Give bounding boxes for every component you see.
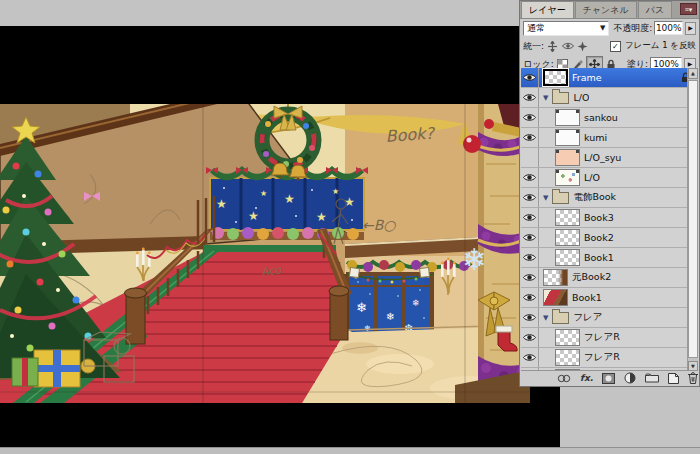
svg-text:★: ★ bbox=[332, 187, 339, 196]
layer-row-10[interactable]: 元Book2 bbox=[521, 268, 698, 288]
unify-position-icon[interactable] bbox=[546, 40, 559, 53]
adjustment-layer-icon[interactable] bbox=[624, 372, 636, 384]
layer-name[interactable]: フレアR bbox=[584, 351, 620, 364]
layer-thumbnail[interactable] bbox=[543, 269, 568, 286]
layer-row-6[interactable]: ▼電飾Book bbox=[521, 188, 698, 208]
layer-row-4[interactable]: L/O_syu bbox=[521, 148, 698, 168]
layer-row-3[interactable]: kumi bbox=[521, 128, 698, 148]
layer-list-scrollbar[interactable]: ▲ ▼ bbox=[687, 68, 698, 372]
tab-channels[interactable]: チャンネル bbox=[575, 1, 637, 18]
snowflake-ornament-icon: ❄ bbox=[462, 242, 487, 277]
eye-icon[interactable] bbox=[521, 108, 539, 127]
layer-name[interactable]: 電飾Book bbox=[573, 191, 616, 204]
new-layer-icon[interactable] bbox=[668, 373, 679, 384]
layer-thumbnail[interactable] bbox=[555, 349, 580, 366]
layer-thumbnail[interactable] bbox=[555, 129, 580, 146]
layer-thumbnail[interactable] bbox=[543, 69, 568, 86]
layer-row-7[interactable]: Book3 bbox=[521, 208, 698, 228]
eye-icon[interactable] bbox=[521, 308, 539, 327]
folder-icon bbox=[552, 92, 569, 104]
layer-row-2[interactable]: sankou bbox=[521, 108, 698, 128]
star-wall: ★★★ ★★ ★★ bbox=[206, 167, 368, 240]
unify-row: 統一: ✓ フレーム 1 を反映 bbox=[520, 37, 699, 55]
blend-mode-row: 通常 ▼ 不透明度: 100% ▶ bbox=[520, 19, 699, 37]
layer-row-13[interactable]: フレアR bbox=[521, 328, 698, 348]
eye-icon[interactable] bbox=[521, 88, 539, 107]
layer-list: Frame▼L/OsankoukumiL/O_syuL/O▼電飾BookBook… bbox=[521, 68, 698, 372]
eye-icon[interactable] bbox=[521, 248, 539, 267]
new-group-icon[interactable] bbox=[645, 373, 659, 383]
layer-thumbnail[interactable] bbox=[555, 209, 580, 226]
layer-name[interactable]: Book2 bbox=[584, 232, 614, 243]
group-expander-icon[interactable]: ▼ bbox=[543, 314, 548, 322]
layer-name[interactable]: sankou bbox=[584, 112, 618, 123]
layer-name[interactable]: Frame bbox=[572, 72, 602, 83]
eye-icon[interactable] bbox=[521, 168, 539, 187]
layer-name[interactable]: Book3 bbox=[584, 212, 614, 223]
layer-name[interactable]: L/O bbox=[573, 92, 589, 103]
layer-mask-icon[interactable] bbox=[602, 373, 615, 384]
layer-name[interactable]: L/O bbox=[584, 172, 600, 183]
eye-icon[interactable] bbox=[521, 288, 539, 307]
eye-icon[interactable] bbox=[521, 208, 539, 227]
layer-row-1[interactable]: ▼L/O bbox=[521, 88, 698, 108]
layer-row-9[interactable]: Book1 bbox=[521, 248, 698, 268]
layer-thumbnail[interactable] bbox=[555, 229, 580, 246]
eye-icon[interactable] bbox=[521, 228, 539, 247]
unify-visibility-icon[interactable] bbox=[561, 40, 574, 53]
layer-row-0[interactable]: Frame bbox=[521, 68, 698, 88]
pencil-annotation-b: ←B○ bbox=[362, 217, 397, 233]
blend-mode-select[interactable]: 通常 ▼ bbox=[523, 21, 609, 36]
layer-thumbnail[interactable] bbox=[555, 149, 580, 166]
svg-text:★: ★ bbox=[284, 192, 295, 206]
layers-panel: レイヤー チャンネル パス ≡▾ 通常 ▼ 不透明度: 100% ▶ 統一: ✓… bbox=[519, 0, 700, 387]
eye-icon[interactable] bbox=[521, 268, 539, 287]
eye-icon[interactable] bbox=[521, 328, 539, 347]
scroll-up-icon[interactable]: ▲ bbox=[688, 68, 698, 79]
layer-name[interactable]: フレアR bbox=[584, 331, 620, 344]
pencil-annotation-book: Book? bbox=[385, 124, 436, 146]
layer-thumbnail[interactable] bbox=[555, 109, 580, 126]
layer-name[interactable]: Book1 bbox=[572, 292, 602, 303]
layer-thumbnail[interactable] bbox=[555, 169, 580, 186]
folder-icon bbox=[552, 192, 569, 204]
opacity-field[interactable]: 100% bbox=[654, 21, 683, 35]
layer-row-14[interactable]: フレアR bbox=[521, 348, 698, 368]
eye-icon[interactable] bbox=[521, 128, 539, 147]
group-expander-icon[interactable]: ▼ bbox=[543, 194, 548, 202]
layer-name[interactable]: フレア bbox=[573, 311, 602, 324]
layer-thumbnail[interactable] bbox=[555, 249, 580, 266]
panel-menu-icon[interactable]: ≡▾ bbox=[680, 3, 697, 15]
window-bottom-edge bbox=[0, 447, 700, 454]
layer-row-12[interactable]: ▼フレア bbox=[521, 308, 698, 328]
layer-name[interactable]: kumi bbox=[584, 132, 607, 143]
layer-name[interactable]: Book1 bbox=[584, 252, 614, 263]
tab-layers[interactable]: レイヤー bbox=[521, 1, 574, 18]
tab-paths[interactable]: パス bbox=[638, 1, 672, 18]
frame-reflect-checkbox[interactable]: ✓ bbox=[610, 41, 621, 52]
layer-thumbnail[interactable] bbox=[543, 289, 568, 306]
layer-name[interactable]: 元Book2 bbox=[572, 271, 611, 284]
visibility-toggle-empty[interactable] bbox=[521, 148, 539, 167]
link-icon[interactable] bbox=[557, 374, 571, 383]
eye-icon[interactable] bbox=[521, 188, 539, 207]
layer-name[interactable]: L/O_syu bbox=[584, 152, 621, 163]
delete-layer-icon[interactable] bbox=[688, 372, 698, 384]
svg-text:★: ★ bbox=[248, 209, 259, 223]
layer-row-8[interactable]: Book2 bbox=[521, 228, 698, 248]
layer-thumbnail[interactable] bbox=[555, 329, 580, 346]
eye-icon[interactable] bbox=[521, 348, 539, 367]
unify-label: 統一: bbox=[523, 40, 544, 53]
document-canvas[interactable]: ★★★ ★★ ★★ bbox=[0, 26, 560, 447]
layer-row-5[interactable]: L/O bbox=[521, 168, 698, 188]
group-expander-icon[interactable]: ▼ bbox=[543, 94, 548, 102]
eye-icon[interactable] bbox=[521, 68, 539, 87]
scrollbar-thumb[interactable] bbox=[688, 80, 698, 358]
layer-style-fx-icon[interactable]: fx. bbox=[580, 373, 593, 383]
svg-text:★: ★ bbox=[260, 189, 267, 198]
layer-row-11[interactable]: Book1 bbox=[521, 288, 698, 308]
svg-text:❄: ❄ bbox=[386, 311, 394, 322]
svg-text:★: ★ bbox=[216, 197, 227, 211]
opacity-slider-button[interactable]: ▶ bbox=[685, 22, 696, 35]
unify-style-icon[interactable] bbox=[576, 40, 589, 53]
